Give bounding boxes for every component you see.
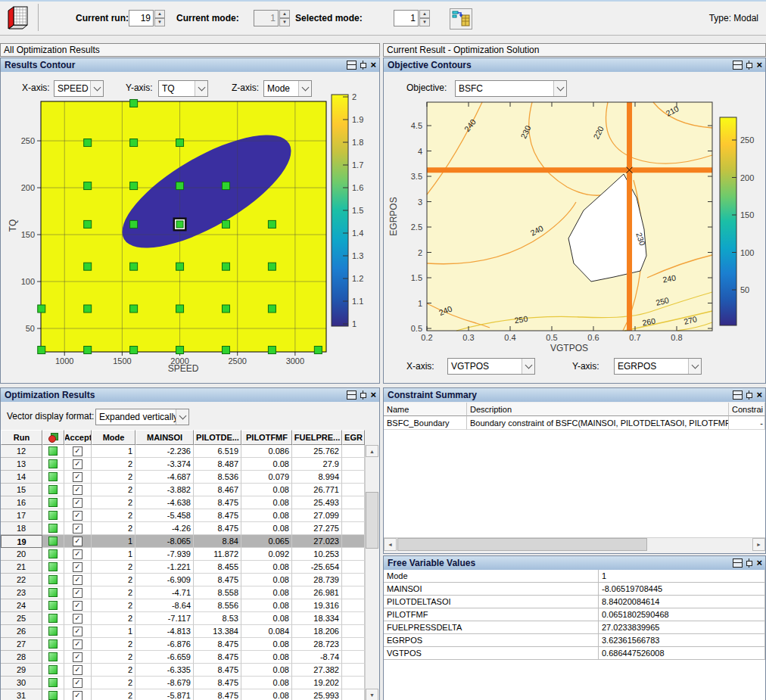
accept-checkbox[interactable]: ✓ [73,678,83,688]
col-pilotfmf[interactable]: PILOTFMF [241,430,292,445]
accept-checkbox[interactable]: ✓ [73,511,83,521]
scroll-left-icon[interactable]: ◄ [384,538,397,551]
results-contour-titlebar[interactable]: Results Contour × [1,58,379,72]
accept-checkbox[interactable]: ✓ [73,627,83,636]
table-row[interactable]: 13✓2-3.3748.4870.0827.9 [1,458,365,471]
run-number[interactable]: 28 [1,651,42,664]
table-row[interactable]: 26✓1-4.81313.3840.08418.206 [1,625,365,638]
cell-value[interactable]: 19.202 [292,677,342,689]
accept-checkbox[interactable]: ✓ [73,498,83,508]
cell-value[interactable]: 2 [92,458,135,471]
accept-checkbox[interactable]: ✓ [73,665,83,675]
cell-value[interactable] [342,471,365,484]
vertical-scrollbar[interactable]: ▲ ▼ [365,445,379,700]
cell-value[interactable]: -8.64 [135,599,194,612]
close-icon[interactable]: × [755,390,763,400]
run-marker[interactable] [222,263,229,270]
cell-value[interactable]: 1 [92,445,135,458]
cell-value[interactable] [342,612,365,625]
cell-value[interactable]: 2 [92,471,135,484]
cell-value[interactable]: 8.475 [194,664,241,677]
cell-value[interactable] [342,445,365,458]
undock-icon[interactable] [347,61,357,70]
cell-value[interactable]: 2 [92,599,135,612]
run-number[interactable]: 12 [1,445,42,458]
run-marker[interactable] [222,182,229,190]
y-axis-select[interactable]: EGRPOS [614,358,702,375]
run-marker[interactable] [222,347,229,354]
accept-checkbox[interactable]: ✓ [73,691,83,700]
cell-value[interactable]: 25.493 [292,496,342,509]
cell-value[interactable]: 0.08 [241,484,292,496]
close-icon[interactable]: × [369,61,377,70]
cell-value[interactable]: 27.9 [292,458,342,471]
run-marker[interactable] [176,139,184,147]
run-number[interactable]: 15 [1,484,42,496]
run-number[interactable]: 26 [1,625,42,638]
col-run[interactable]: Run [1,430,42,445]
cell-value[interactable]: -3.374 [135,458,194,471]
accept-checkbox[interactable]: ✓ [73,549,83,559]
run-marker[interactable] [176,182,184,190]
close-icon[interactable]: × [755,558,763,568]
run-marker[interactable] [84,347,92,354]
accept-checkbox[interactable]: ✓ [73,472,83,482]
cell-value[interactable]: -6.335 [135,664,194,677]
table-row[interactable]: 28✓2-6.6598.4750.08-8.74 [1,651,365,664]
cell-value[interactable]: 2 [92,496,135,509]
accept-checkbox[interactable]: ✓ [73,485,83,495]
col-mainsoi[interactable]: MAINSOI [135,430,194,445]
spinner-arrows[interactable]: ▲▼ [154,10,165,26]
run-number[interactable]: 16 [1,496,42,509]
run-marker[interactable] [84,220,92,228]
cell-value[interactable]: 11.872 [194,548,241,561]
cell-value[interactable]: 25.993 [292,689,342,700]
accept-checkbox[interactable]: ✓ [73,588,83,598]
run-marker[interactable] [130,139,138,147]
x-axis-select[interactable]: VGTPOS [447,358,535,375]
cell-value[interactable] [342,689,365,700]
cell-value[interactable]: 28.723 [292,638,342,651]
table-row[interactable]: 24✓2-8.648.5560.0819.316 [1,599,365,612]
table-row[interactable]: 20✓1-7.93911.8720.09210.253 [1,548,365,561]
cell-value[interactable]: 2 [92,689,135,700]
run-marker[interactable] [268,263,276,270]
cell-value[interactable]: -8.065 [135,535,194,548]
cell-value[interactable]: 0.08 [241,651,292,664]
selected-mode-spinner[interactable]: 1 ▲▼ [394,10,430,26]
cell-value[interactable]: -6.909 [135,574,194,586]
cell-value[interactable]: 8.994 [292,471,342,484]
cell-value[interactable]: 18.334 [292,612,342,625]
run-marker[interactable] [222,305,229,313]
col-name[interactable]: Name [384,403,467,416]
cell-value[interactable]: 0.08 [241,677,292,689]
cell-value[interactable]: 0.08 [241,599,292,612]
cell-value[interactable]: -1.221 [135,561,194,574]
cell-value[interactable]: 6.519 [194,445,241,458]
col-pilotdeltasoi[interactable]: PILOTDE... [194,430,241,445]
scroll-down-icon[interactable]: ▼ [366,689,378,700]
accept-checkbox[interactable]: ✓ [73,601,83,611]
cell-value[interactable]: 2 [92,561,135,574]
table-row[interactable]: 16✓2-4.6388.4750.0825.493 [1,496,365,509]
cell-value[interactable]: -4.71 [135,586,194,599]
cell-value[interactable]: 2 [92,509,135,522]
run-marker[interactable] [130,99,138,107]
table-row[interactable]: 14✓2-4.6878.5360.0798.994 [1,471,365,484]
cell-value[interactable] [342,496,365,509]
cell-value[interactable] [342,535,365,548]
table-row[interactable]: 31✓2-5.8718.4750.0825.993 [1,689,365,700]
col-egrpos[interactable]: EGR [342,430,365,445]
run-marker[interactable] [84,305,92,313]
cell-value[interactable]: 0.08 [241,586,292,599]
cell-value[interactable]: -5.458 [135,509,194,522]
fill-tables-button[interactable] [450,8,472,30]
cell-value[interactable] [342,638,365,651]
cell-value[interactable]: 2 [92,522,135,535]
run-marker[interactable] [38,305,45,313]
selected-mode-value[interactable]: 1 [394,10,419,26]
scrollbar-thumb[interactable] [397,538,647,551]
cell-value[interactable]: 0.08 [241,574,292,586]
cell-value[interactable]: -7.117 [135,612,194,625]
run-number[interactable]: 19 [1,535,42,548]
